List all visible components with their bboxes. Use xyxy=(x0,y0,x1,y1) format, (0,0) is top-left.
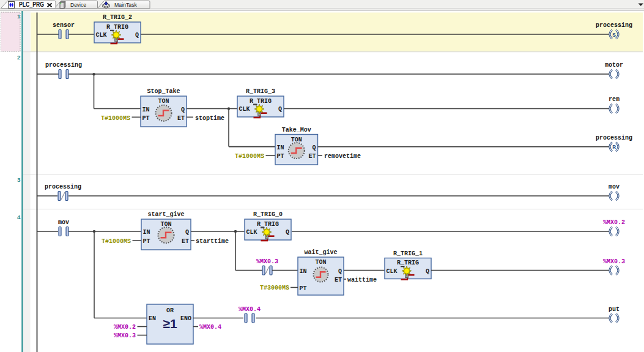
svg-text:ET: ET xyxy=(308,153,316,160)
svg-text:2: 2 xyxy=(17,54,21,61)
svg-text:removetime: removetime xyxy=(324,153,361,160)
svg-text:mov: mov xyxy=(58,219,69,226)
svg-text:PLC_PRG: PLC_PRG xyxy=(19,1,44,8)
svg-text:Q: Q xyxy=(286,229,289,236)
svg-text:ENO: ENO xyxy=(180,315,191,322)
svg-text:T#1000MS: T#1000MS xyxy=(101,115,130,122)
svg-text:R_TRIG_2: R_TRIG_2 xyxy=(103,14,132,21)
svg-text:T#3000MS: T#3000MS xyxy=(260,285,289,291)
svg-text:processing: processing xyxy=(596,22,632,29)
svg-text:Q: Q xyxy=(278,106,282,113)
svg-text:%MX0.3: %MX0.3 xyxy=(603,258,625,265)
svg-text:Q: Q xyxy=(185,229,189,236)
svg-text:IN: IN xyxy=(142,107,150,113)
svg-text:rem: rem xyxy=(609,96,620,103)
svg-text:1: 1 xyxy=(17,13,21,20)
svg-text:ET: ET xyxy=(177,115,185,122)
svg-text:TON: TON xyxy=(158,98,169,105)
svg-text:Q: Q xyxy=(426,268,429,275)
svg-text:PT: PT xyxy=(142,115,150,122)
svg-text:OR: OR xyxy=(166,307,174,314)
svg-text:Stop_Take: Stop_Take xyxy=(147,88,180,95)
svg-text:processing: processing xyxy=(45,184,81,190)
svg-text:Q: Q xyxy=(135,32,139,39)
svg-text:start_give: start_give xyxy=(147,211,184,218)
svg-text:R_TRIG: R_TRIG xyxy=(257,221,279,228)
svg-text:R_TRIG: R_TRIG xyxy=(106,24,128,31)
svg-text:mov: mov xyxy=(609,184,620,190)
svg-text:T#1000MS: T#1000MS xyxy=(235,153,264,160)
svg-text:%MX0.3: %MX0.3 xyxy=(256,258,278,265)
svg-text:CLK: CLK xyxy=(246,229,257,236)
svg-text:%MX0.4: %MX0.4 xyxy=(199,324,221,331)
svg-text:EN: EN xyxy=(149,315,156,322)
svg-text:%MX0.2: %MX0.2 xyxy=(603,219,625,226)
svg-text:CLK: CLK xyxy=(239,106,250,113)
svg-text:ET: ET xyxy=(335,277,342,283)
svg-text:T#1000MS: T#1000MS xyxy=(102,238,131,245)
svg-text:S: S xyxy=(612,32,616,39)
svg-text:TON: TON xyxy=(291,137,302,143)
svg-text:MainTask: MainTask xyxy=(114,1,137,8)
svg-text:CLK: CLK xyxy=(387,268,398,275)
svg-text:processing: processing xyxy=(596,135,632,141)
svg-text:R: R xyxy=(612,144,616,151)
svg-text:%MX0.4: %MX0.4 xyxy=(239,306,261,313)
svg-text:3: 3 xyxy=(17,176,21,183)
svg-text:ET: ET xyxy=(182,238,189,245)
svg-text:%MX0.3: %MX0.3 xyxy=(114,332,136,339)
svg-text:4: 4 xyxy=(17,214,21,220)
svg-text:PT: PT xyxy=(143,238,150,245)
svg-text:≥1: ≥1 xyxy=(163,316,177,331)
svg-text:Q: Q xyxy=(338,268,342,275)
svg-text:R_TRIG: R_TRIG xyxy=(397,260,419,266)
svg-text:wait_give: wait_give xyxy=(304,249,337,256)
svg-text:IN: IN xyxy=(143,229,150,236)
svg-text:waittime: waittime xyxy=(347,277,377,283)
svg-text:CLK: CLK xyxy=(96,32,107,39)
svg-text:PT: PT xyxy=(277,153,284,160)
svg-text:PT: PT xyxy=(300,285,307,292)
svg-text:sensor: sensor xyxy=(53,22,75,29)
svg-text:motor: motor xyxy=(605,62,623,69)
svg-text:Q: Q xyxy=(181,107,185,113)
svg-text:R_TRIG_1: R_TRIG_1 xyxy=(393,250,423,257)
svg-text:Q: Q xyxy=(312,144,316,151)
svg-text:TON: TON xyxy=(315,259,326,266)
svg-text:starttime: starttime xyxy=(196,238,229,245)
svg-text:IN: IN xyxy=(300,268,307,275)
svg-text:R_TRIG_0: R_TRIG_0 xyxy=(253,211,283,218)
svg-text:stoptime: stoptime xyxy=(195,115,224,122)
svg-text:processing: processing xyxy=(45,62,82,69)
svg-text:%MX0.2: %MX0.2 xyxy=(114,324,136,331)
svg-text:Device: Device xyxy=(70,1,86,8)
svg-text:IN: IN xyxy=(277,144,284,151)
svg-text:R_TRIG_3: R_TRIG_3 xyxy=(246,88,275,95)
svg-text:Take_Mov: Take_Mov xyxy=(282,127,311,133)
svg-text:put: put xyxy=(609,306,620,313)
svg-text:R_TRIG: R_TRIG xyxy=(250,98,272,105)
